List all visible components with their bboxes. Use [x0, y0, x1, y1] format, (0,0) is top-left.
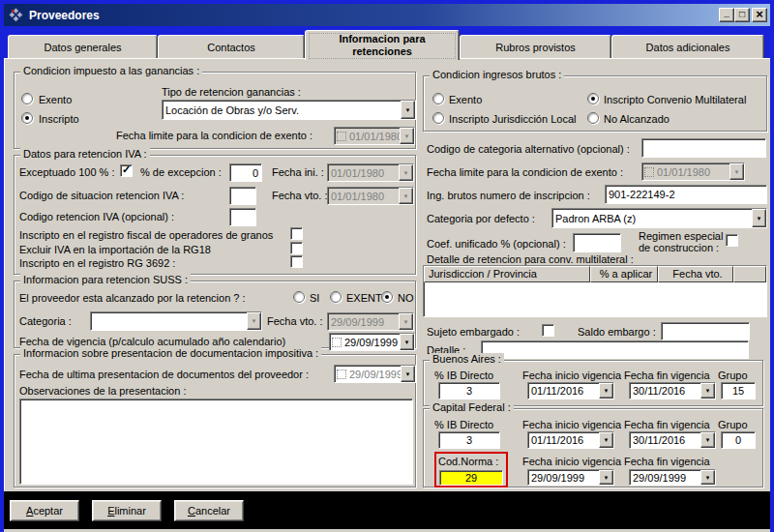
dropdown-arrow-icon[interactable]: ▼ — [599, 383, 613, 399]
ganancias-fecha-limite-date[interactable]: 01/01/1980 ▼ — [334, 127, 415, 145]
ganancias-exento-radio[interactable] — [21, 93, 33, 104]
tab-contactos[interactable]: Contactos — [158, 35, 305, 58]
iva-fecha-vto-value: 01/01/1980 — [328, 191, 399, 202]
dropdown-arrow-icon[interactable]: ▼ — [399, 313, 413, 330]
tab-rubros-provistos[interactable]: Rubros provistos — [460, 35, 611, 58]
eliminar-button[interactable]: Eliminar — [92, 500, 162, 521]
titlebar[interactable]: Proveedores _ □ × — [4, 4, 770, 26]
regimen-checkbox[interactable]: ✓ — [726, 234, 738, 247]
dropdown-arrow-icon[interactable]: ▼ — [247, 312, 261, 330]
exceptuado-checkbox[interactable]: ✓ — [120, 164, 133, 177]
date-checkbox-icon[interactable] — [332, 338, 342, 347]
dropdown-arrow-icon[interactable]: ▼ — [700, 432, 715, 448]
categoria-combo[interactable]: ▼ — [90, 311, 262, 331]
observaciones-textarea[interactable] — [19, 399, 413, 485]
dropdown-arrow-icon[interactable]: ▼ — [399, 164, 413, 181]
cf-grupo-field[interactable] — [721, 431, 756, 449]
granos-label: Inscripto en el registro fiscal de opera… — [19, 229, 273, 241]
num-inscripcion-field[interactable] — [605, 185, 767, 204]
fecha-ini-date[interactable]: 01/01/1980 ▼ — [327, 163, 414, 182]
dropdown-arrow-icon[interactable]: ▼ — [752, 209, 766, 227]
ultima-presentacion-date[interactable]: 29/09/1999 ▼ — [334, 365, 416, 383]
aceptar-button[interactable]: Aceptar — [10, 500, 79, 521]
dropdown-arrow-icon[interactable]: ▼ — [399, 188, 413, 204]
cf-inicio-label: Fecha inicio vigencia — [522, 419, 621, 430]
ib-fecha-limite-date[interactable]: 01/01/1980 ▼ — [641, 163, 745, 181]
suss-fecha-vto-date[interactable]: 29/09/1999 ▼ — [327, 312, 414, 331]
ba-pct-field[interactable] — [438, 382, 500, 399]
table-header-fecha-vto[interactable]: Fecha vto. — [658, 266, 733, 282]
tab-datos-generales[interactable]: Datos generales — [8, 35, 158, 58]
ganancias-fecha-limite-value: 01/01/1980 — [346, 131, 400, 142]
dropdown-arrow-icon[interactable]: ▼ — [400, 128, 414, 144]
ib-no-alcanzado-radio[interactable] — [587, 112, 599, 124]
ganancias-inscripto-radio[interactable] — [21, 112, 33, 124]
alcanzado-label: El proveedor esta alcanzado por la reten… — [19, 292, 246, 304]
minimize-icon[interactable]: _ — [719, 8, 734, 22]
tab-datos-adicionales[interactable]: Datos adicionales — [611, 35, 764, 58]
ultima-presentacion-value: 29/09/1999 — [346, 369, 401, 380]
tipo-retencion-combo[interactable]: Locación de Obras y/o Serv. ▼ — [162, 100, 416, 120]
iva-fecha-vto-date[interactable]: 01/01/1980 ▼ — [327, 187, 414, 205]
cf-fin-label: Fecha fin vigencia — [624, 419, 710, 430]
capital-federal-group-title: Capital Federal : — [430, 401, 514, 414]
maximize-icon[interactable]: □ — [734, 8, 750, 22]
cf-inicio-date[interactable]: 01/11/2016 ▼ — [527, 431, 614, 449]
pct-excepcion-field[interactable] — [229, 163, 262, 182]
ib-exento-radio[interactable] — [432, 93, 444, 104]
suss-group-title: Informacion para retencion SUSS : — [20, 274, 191, 286]
cod-norma-field[interactable] — [439, 470, 503, 486]
dropdown-arrow-icon[interactable]: ▼ — [700, 470, 715, 485]
dropdown-arrow-icon[interactable]: ▼ — [599, 432, 613, 448]
suss-no-radio[interactable] — [381, 291, 393, 303]
saldo-field[interactable] — [661, 322, 750, 340]
rg18-checkbox[interactable]: ✓ — [290, 242, 303, 254]
rg3692-checkbox[interactable]: ✓ — [290, 255, 303, 268]
ib-convenio-radio[interactable] — [587, 93, 599, 104]
suss-si-label: SI — [310, 292, 319, 304]
categoria-defecto-combo[interactable]: Padron ARBA (z) ▼ — [551, 208, 767, 228]
ba-inicio-value: 01/11/2016 — [528, 385, 599, 397]
vigencia-date[interactable]: 29/09/1999 ▼ — [329, 333, 415, 351]
date-checkbox-icon[interactable] — [337, 132, 346, 141]
dropdown-arrow-icon[interactable]: ▼ — [401, 101, 415, 119]
date-checkbox-icon[interactable] — [337, 369, 346, 379]
check-icon: ✓ — [122, 163, 131, 176]
dropdown-arrow-icon[interactable]: ▼ — [400, 334, 414, 350]
cf-inicio2-label: Fecha inicio vigencia — [522, 456, 621, 467]
ba-inicio-label: Fecha inicio vigencia — [522, 369, 621, 381]
dropdown-arrow-icon[interactable]: ▼ — [599, 470, 613, 485]
cf-fin2-date[interactable]: 29/09/1999 ▼ — [629, 469, 716, 486]
close-icon[interactable]: × — [752, 8, 767, 22]
ba-fin-date[interactable]: 30/11/2016 ▼ — [629, 382, 716, 399]
sujeto-checkbox[interactable]: ✓ — [542, 324, 554, 337]
cf-fin-date[interactable]: 30/11/2016 ▼ — [629, 431, 716, 449]
table-header-jurisdiccion[interactable]: Jurisdiccion / Provincia — [424, 266, 590, 282]
regimen-label-1: Regimen especial — [639, 230, 723, 242]
dropdown-arrow-icon[interactable]: ▼ — [700, 383, 715, 399]
cf-inicio2-date[interactable]: 29/09/1999 ▼ — [527, 469, 614, 486]
coef-field[interactable] — [573, 233, 621, 252]
date-checkbox-icon[interactable] — [644, 167, 654, 177]
cancelar-button[interactable]: Cancelar — [174, 500, 244, 521]
tab-informacion-retenciones[interactable]: Informacion para retenciones — [305, 30, 460, 60]
detalle-retencion-label: Detalle de retencion para conv. multilat… — [427, 253, 634, 265]
suss-fecha-vto-value: 29/09/1999 — [328, 316, 399, 328]
cod-categoria-field[interactable] — [641, 138, 766, 158]
cod-situacion-field[interactable] — [229, 187, 256, 205]
fecha-ini-value: 01/01/1980 — [328, 167, 399, 179]
ib-jurisdiccion-radio[interactable] — [432, 112, 444, 124]
cf-pct-field[interactable] — [438, 431, 500, 449]
suss-fecha-vto-label: Fecha vto. : — [267, 315, 322, 327]
table-header-pct[interactable]: % a aplicar — [590, 266, 658, 282]
dropdown-arrow-icon[interactable]: ▼ — [401, 366, 415, 382]
dropdown-arrow-icon[interactable]: ▼ — [729, 163, 744, 180]
cod-retencion-field[interactable] — [229, 208, 256, 226]
suss-si-radio[interactable] — [293, 291, 305, 303]
categoria-defecto-label: Categoria por defecto : — [427, 213, 535, 224]
ba-grupo-field[interactable] — [721, 382, 756, 399]
ba-inicio-date[interactable]: 01/11/2016 ▼ — [527, 382, 614, 399]
granos-checkbox[interactable]: ✓ — [290, 227, 303, 240]
suss-exento-radio[interactable] — [330, 291, 342, 303]
detalle-field[interactable] — [481, 340, 749, 359]
